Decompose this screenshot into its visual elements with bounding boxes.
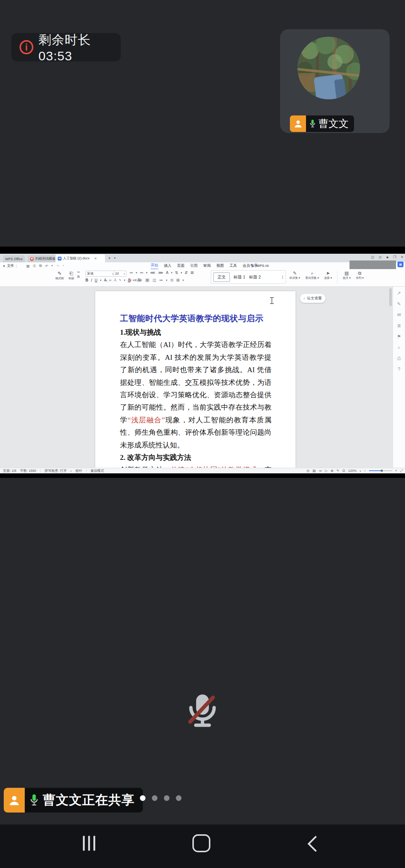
zoom-in-button[interactable]: + xyxy=(395,469,397,473)
text-direction-icon[interactable]: A xyxy=(166,271,169,275)
menu-item[interactable]: 插入 xyxy=(164,262,171,269)
underline-caret-icon[interactable]: ▾ xyxy=(100,279,102,282)
paper-check-pill[interactable]: ⌕ 论文查重 xyxy=(300,294,326,303)
borders-caret-icon[interactable]: ▾ xyxy=(183,279,184,282)
undo-icon[interactable]: ↶ xyxy=(45,264,48,268)
edit-mode-icon[interactable]: ✎ xyxy=(336,469,339,473)
page-view-icon[interactable]: ▤ xyxy=(312,469,316,473)
style-gallery-scroll[interactable]: ▴▾ xyxy=(282,275,283,279)
distribute-icon[interactable]: ◫ xyxy=(153,278,156,282)
borders-icon[interactable]: ⊞ xyxy=(176,278,179,282)
increase-indent-icon[interactable]: ⋙ xyxy=(158,271,163,275)
edit-panel-icon[interactable]: ✎ xyxy=(397,301,401,307)
paragraph-caret-icon[interactable]: ▾ xyxy=(166,279,167,282)
menu-item[interactable]: 视图 xyxy=(216,262,224,269)
layout-split-icon[interactable]: ◫ xyxy=(371,255,374,259)
share-panel-icon[interactable]: ↗ xyxy=(397,290,401,296)
style-chip[interactable]: 标题 2 xyxy=(249,274,261,280)
strikethrough-icon[interactable]: A̶ xyxy=(104,278,106,282)
close-window-icon[interactable]: ✕ xyxy=(400,255,404,259)
bullet-list-icon[interactable]: ≔ xyxy=(129,271,133,275)
restore-window-icon[interactable]: ❐ xyxy=(393,255,396,259)
menu-item[interactable]: 引用 xyxy=(190,262,198,269)
tab-docer-templates[interactable]: 稻 到稻壳找模板 xyxy=(28,255,58,262)
redo-icon[interactable]: ↷ xyxy=(56,264,59,268)
font-name-select[interactable]: 宋体 ▾ xyxy=(86,271,115,277)
italic-icon[interactable]: I xyxy=(91,278,92,282)
decrease-indent-icon[interactable]: ⋘ xyxy=(150,271,155,275)
justify-icon[interactable]: ≣ xyxy=(145,278,150,282)
sharing-banner[interactable]: 曹文文正在共享 xyxy=(4,788,143,813)
redo-caret-icon[interactable]: ▾ xyxy=(63,264,64,267)
menu-item[interactable]: 工具 xyxy=(230,262,237,269)
line-spacing-caret-icon[interactable]: ▾ xyxy=(181,271,182,274)
fullscreen-icon[interactable]: ⤢ xyxy=(400,469,403,473)
vertical-scrollbar[interactable] xyxy=(389,288,392,306)
cut-icon[interactable]: ✂ xyxy=(77,271,80,274)
align-left-icon[interactable]: ≡ xyxy=(129,278,132,282)
new-tab-button[interactable]: + xyxy=(108,255,111,261)
align-center-icon[interactable]: ≡ xyxy=(135,278,137,282)
menu-item[interactable]: 页面 xyxy=(177,262,184,269)
font-size-select[interactable]: 20 ▾ xyxy=(114,271,126,277)
preview-icon[interactable]: ⧉ xyxy=(39,263,42,268)
zoom-slider-knob[interactable] xyxy=(381,470,383,472)
shading-icon[interactable]: ⊙ xyxy=(170,278,173,282)
zoom-out-button[interactable]: − xyxy=(364,469,366,473)
proofread-label[interactable]: 校对 xyxy=(75,468,82,473)
align-right-icon[interactable]: ≡ xyxy=(140,278,142,282)
find-replace-tool[interactable]: ⌕查找替换 ▾ xyxy=(305,270,319,280)
menu-item[interactable]: 审阅 xyxy=(203,262,211,269)
numbered-caret-icon[interactable]: ▾ xyxy=(146,271,148,274)
help-panel-icon[interactable]: ? xyxy=(398,367,400,372)
document-page[interactable]: 工智能时代大学英语教学的现状与启示 1.现状与挑战在人工智能（AI）时代，大学英… xyxy=(95,291,296,468)
search-panel-icon[interactable]: ⌕ xyxy=(398,345,400,350)
web-layout-icon[interactable]: ⊕ xyxy=(331,469,334,473)
file-menu[interactable]: ≡ 文件 | xyxy=(3,262,17,269)
eye-protect-icon[interactable]: ◎ xyxy=(306,469,309,473)
wps-ai-button[interactable]: ▲ WPS AI xyxy=(249,262,268,269)
outline-panel-icon[interactable]: ≣ xyxy=(397,323,401,328)
zoom-slider[interactable] xyxy=(369,470,392,471)
format-painter-button[interactable]: ✎ 格式刷 xyxy=(54,271,65,280)
save-icon[interactable]: ▤ xyxy=(26,264,30,268)
arrange-tool[interactable]: ⧉排列 ▾ xyxy=(356,270,364,280)
copy-icon[interactable]: ⧉ xyxy=(77,275,80,278)
line-spacing-icon[interactable]: ⇅ xyxy=(175,271,178,275)
style-chip[interactable]: 标题 1 xyxy=(234,274,245,280)
select-tool[interactable]: ➤选择 ▾ xyxy=(324,270,332,280)
menu-item[interactable]: 开始 xyxy=(151,262,158,269)
fit-page-icon[interactable]: ⊡ xyxy=(342,469,345,473)
read-mode-icon[interactable]: ▷ xyxy=(325,469,328,473)
highlight-icon[interactable]: ✎ xyxy=(119,279,122,282)
tab-document[interactable]: W 人工智能 (2).docx ✕ xyxy=(56,254,105,262)
style-chip[interactable]: 正文 xyxy=(213,272,230,282)
bold-icon[interactable]: B xyxy=(86,278,88,282)
print-icon[interactable]: ⎙ xyxy=(33,263,36,268)
spell-check-label[interactable]: 拼写检查: 打开 xyxy=(45,468,67,473)
comment-panel-icon[interactable]: ✉ xyxy=(397,312,401,317)
sort-icon[interactable]: ⇵ xyxy=(185,271,188,275)
outline-view-icon[interactable]: ≔ xyxy=(319,469,322,473)
bullet-caret-icon[interactable]: ▾ xyxy=(136,271,137,274)
annotate-tool[interactable]: ▤批注 ▾ xyxy=(343,270,351,280)
paragraph-layout-icon[interactable]: ≔ xyxy=(159,278,163,282)
show-marks-icon[interactable]: ⊞ xyxy=(190,271,194,275)
tab-list-caret-icon[interactable]: ▾ xyxy=(114,256,116,260)
paste-button[interactable]: ⎗ 粘贴 xyxy=(66,271,76,280)
text-direction-caret-icon[interactable]: ▾ xyxy=(171,271,172,274)
close-tab-icon[interactable]: ✕ xyxy=(94,257,97,260)
undo-caret-icon[interactable]: ▾ xyxy=(51,264,53,267)
tab-wps-office[interactable]: W WPS Office xyxy=(3,255,25,262)
underline-icon[interactable]: U xyxy=(95,278,98,282)
search-icon[interactable]: ⌕ xyxy=(267,263,269,268)
superscript-icon[interactable]: x² xyxy=(109,279,111,281)
highlight-caret-icon[interactable]: ▾ xyxy=(124,279,125,282)
print-panel-icon[interactable]: ⎙ xyxy=(397,356,401,361)
share-doc-button[interactable]: ▦ xyxy=(398,262,404,267)
text-effects-icon[interactable]: A xyxy=(114,278,117,282)
recents-button[interactable] xyxy=(83,836,95,851)
numbered-list-icon[interactable]: ≕ xyxy=(140,271,144,275)
zoom-level-label[interactable]: 120% xyxy=(348,469,357,473)
remaining-time-badge[interactable]: i 剩余时长03:53 xyxy=(11,33,121,61)
